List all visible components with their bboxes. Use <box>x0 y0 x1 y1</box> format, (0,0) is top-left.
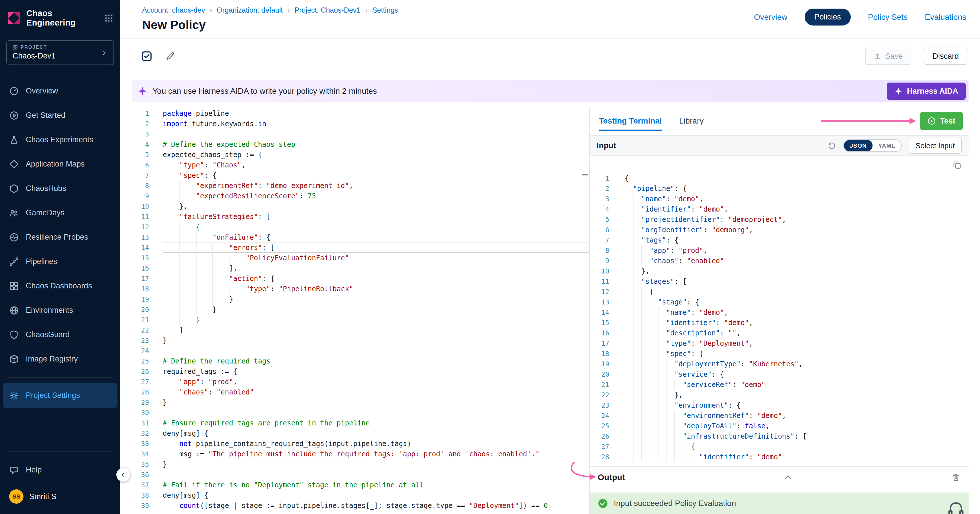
code-line: 8 "experimentRef": "demo-experiment-id", <box>132 181 589 191</box>
chevron-left-icon <box>120 471 127 478</box>
breadcrumb-link[interactable]: Project: Chaos-Dev1 <box>294 6 361 14</box>
environments-icon <box>9 306 19 315</box>
sidebar-item-environments[interactable]: Environments <box>3 298 118 323</box>
sidebar-item-chaosguard[interactable]: ChaosGuard <box>3 323 118 347</box>
user-menu[interactable]: SS Smriti S <box>0 482 120 511</box>
breadcrumb-link[interactable]: Organization: default <box>216 6 283 14</box>
code-line: 26 "infrastructureDefinitions": [ <box>590 431 969 441</box>
policy-check-icon[interactable] <box>141 51 153 62</box>
breadcrumb-separator: › <box>210 6 212 14</box>
brand: Chaos Engineering <box>0 0 120 34</box>
line-number: 4 <box>132 139 149 150</box>
project-selector[interactable]: PROJECT Chaos-Dev1 <box>6 40 114 65</box>
sidebar-item-label: Pipelines <box>26 257 57 266</box>
line-number: 29 <box>132 397 149 407</box>
help-chat-icon <box>9 465 19 475</box>
line-number: 6 <box>132 160 149 170</box>
save-button[interactable]: Save <box>865 48 912 65</box>
input-format-toggle: JSONYAML <box>843 139 902 152</box>
tab-overview[interactable]: Overview <box>754 13 788 22</box>
code-line: 18 "spec": { <box>590 349 969 359</box>
line-number: 12 <box>132 222 149 232</box>
policy-code-editor[interactable]: 1package pipeline2import future.keywords… <box>132 107 589 514</box>
line-number: 17 <box>590 338 609 349</box>
line-number: 36 <box>132 469 149 480</box>
format-option-yaml[interactable]: YAML <box>873 140 901 151</box>
line-number: 13 <box>132 232 149 242</box>
format-option-json[interactable]: JSON <box>844 140 873 151</box>
line-number: 21 <box>590 380 609 390</box>
harness-aida-button[interactable]: Harness AIDA <box>887 83 966 100</box>
input-section-header: Input JSONYAML Select Input <box>590 135 969 156</box>
terminal-tab-testing-terminal[interactable]: Testing Terminal <box>599 107 662 135</box>
sidebar-item-chaos-experiments[interactable]: Chaos Experiments <box>3 127 118 152</box>
tab-policies[interactable]: Policies <box>805 9 851 25</box>
sidebar-item-label: Image Registry <box>26 355 78 363</box>
aida-banner: You can use Harness AIDA to write your p… <box>132 80 969 102</box>
sidebar-item-label: Resilience Probes <box>26 233 88 242</box>
code-line: 38deny[msg] { <box>132 490 589 501</box>
sidebar-item-resilience-probes[interactable]: Resilience Probes <box>3 225 118 250</box>
line-number: 11 <box>590 276 609 286</box>
get-started-icon <box>9 111 19 120</box>
sidebar-item-chaoshubs[interactable]: ChaosHubs <box>3 176 118 201</box>
line-number: 10 <box>590 266 609 276</box>
line-number: 27 <box>590 441 609 452</box>
code-line: 16 ], <box>132 263 589 274</box>
play-circle-icon <box>927 117 936 125</box>
sidebar-item-pipelines[interactable]: Pipelines <box>3 250 118 274</box>
copy-icon[interactable] <box>953 161 962 170</box>
sidebar-item-help[interactable]: Help <box>3 458 118 482</box>
test-button[interactable]: Test <box>920 112 963 130</box>
code-line: 23} <box>132 336 589 346</box>
sparkle-icon <box>894 87 902 95</box>
code-line: 29} <box>132 397 589 407</box>
edit-pencil-icon[interactable] <box>165 51 175 61</box>
input-json-lines: 1{2 "pipeline": {3 "name": "demo",4 "ide… <box>590 173 969 462</box>
sidebar-item-overview[interactable]: Overview <box>3 79 118 103</box>
sidebar-item-get-started[interactable]: Get Started <box>3 103 118 127</box>
collapse-output-button[interactable] <box>625 473 951 482</box>
line-number: 11 <box>132 212 149 222</box>
sidebar-item-chaos-dashboards[interactable]: Chaos Dashboards <box>3 274 118 298</box>
sidebar: Chaos Engineering PROJECT Chaos-Dev1 Ove… <box>0 0 120 514</box>
tab-policy-sets[interactable]: Policy Sets <box>868 13 908 22</box>
code-line: 10 }, <box>590 266 969 276</box>
reset-input-icon[interactable] <box>827 141 837 150</box>
breadcrumb-link[interactable]: Account: chaos-dev <box>142 6 205 14</box>
input-json-editor[interactable]: 1{2 "pipeline": {3 "name": "demo",4 "ide… <box>590 156 969 466</box>
header-tabs: OverviewPoliciesPolicy SetsEvaluations <box>754 9 966 25</box>
select-input-button[interactable]: Select Input <box>908 138 962 154</box>
terminal-tab-library[interactable]: Library <box>679 107 704 135</box>
sidebar-collapse-button[interactable] <box>116 468 130 482</box>
code-line: 22 }, <box>590 390 969 400</box>
code-line: 15 "PolicyEvaluationFailure" <box>132 253 589 263</box>
discard-button[interactable]: Discard <box>924 48 967 65</box>
code-line: 2 "pipeline": { <box>590 183 969 194</box>
sidebar-item-image-registry[interactable]: Image Registry <box>3 347 118 371</box>
code-line: 24 "environmentRef": "demo", <box>590 411 969 421</box>
sparkle-icon <box>138 86 147 96</box>
sidebar-item-gamedays[interactable]: GameDays <box>3 201 118 225</box>
editor-overview-mark <box>582 174 588 175</box>
line-number: 20 <box>132 304 149 315</box>
code-line: 17 "action": { <box>132 274 589 284</box>
output-title: Output <box>598 473 625 482</box>
apps-grid-icon[interactable] <box>104 13 113 23</box>
sidebar-item-project-settings[interactable]: Project Settings <box>3 383 118 407</box>
sidebar-item-application-maps[interactable]: Application Maps <box>3 152 118 176</box>
code-line: 39 count([stage | stage := input.pipelin… <box>132 501 589 511</box>
breadcrumb-link[interactable]: Settings <box>372 6 398 14</box>
support-headset-icon[interactable] <box>947 500 964 514</box>
tab-evaluations[interactable]: Evaluations <box>925 13 966 22</box>
code-line: 25 "deployToAll": false, <box>590 421 969 431</box>
sidebar-item-label: Project Settings <box>26 391 80 400</box>
code-line: 35} <box>132 459 589 469</box>
trash-icon[interactable] <box>951 473 961 482</box>
code-line: 15 "identifier": "demo", <box>590 318 969 328</box>
breadcrumb-separator: › <box>287 6 290 14</box>
line-number: 18 <box>132 284 149 294</box>
code-line: 28 "chaos": "enabled" <box>132 387 589 397</box>
code-line: 7 "spec": { <box>132 170 589 181</box>
code-line: 14 "errors": [ <box>132 242 589 253</box>
